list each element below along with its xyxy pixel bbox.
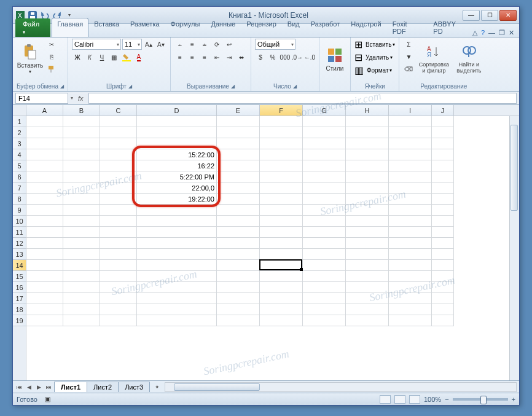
- col-header-A[interactable]: A: [26, 105, 63, 116]
- row-header-19[interactable]: 19: [13, 315, 26, 326]
- close-button[interactable]: ✕: [499, 10, 517, 21]
- cell-G3[interactable]: [303, 138, 346, 149]
- cell-B3[interactable]: [63, 138, 100, 149]
- align-right-icon[interactable]: ≡: [199, 52, 210, 63]
- zoom-out-icon[interactable]: −: [445, 396, 448, 403]
- cell-B17[interactable]: [63, 293, 100, 304]
- cell-C14[interactable]: [100, 260, 137, 271]
- cell-F8[interactable]: [260, 194, 303, 205]
- cell-A7[interactable]: [26, 182, 63, 194]
- cell-E16[interactable]: [217, 282, 260, 293]
- cell-C8[interactable]: [100, 194, 137, 205]
- cell-C18[interactable]: [100, 304, 137, 315]
- fx-icon[interactable]: fx: [76, 95, 86, 102]
- cell-J17[interactable]: [432, 293, 454, 304]
- dialog-launcher-icon[interactable]: ◢: [60, 84, 64, 89]
- find-select-button[interactable]: Найти и выделить: [453, 39, 484, 79]
- cell-E11[interactable]: [217, 227, 260, 238]
- cell-B2[interactable]: [63, 127, 100, 138]
- tab-вставка[interactable]: Вставка: [88, 18, 125, 37]
- cell-D4[interactable]: 15:22:00: [137, 149, 217, 160]
- row-header-4[interactable]: 4: [13, 149, 26, 160]
- cell-D3[interactable]: [137, 138, 217, 149]
- cell-I8[interactable]: [389, 194, 432, 205]
- merge-icon[interactable]: ⬌: [236, 52, 247, 63]
- col-header-F[interactable]: F: [260, 105, 303, 116]
- cell-I16[interactable]: [389, 282, 432, 293]
- row-header-10[interactable]: 10: [13, 216, 26, 227]
- cell-B19[interactable]: [63, 315, 100, 326]
- cell-H12[interactable]: [346, 238, 389, 249]
- cell-E7[interactable]: [217, 182, 260, 194]
- cell-F6[interactable]: [260, 171, 303, 182]
- cell-E1[interactable]: [217, 116, 260, 127]
- sheet-tab-Лист1[interactable]: Лист1: [54, 382, 87, 392]
- cell-I4[interactable]: [389, 149, 432, 160]
- align-bottom-icon[interactable]: ⫨: [199, 39, 210, 50]
- row-header-13[interactable]: 13: [13, 249, 26, 260]
- paste-button[interactable]: Вставить ▾: [17, 39, 44, 79]
- cell-F2[interactable]: [260, 127, 303, 138]
- cell-F19[interactable]: [260, 315, 303, 326]
- cell-F15[interactable]: [260, 271, 303, 282]
- cell-H6[interactable]: [346, 171, 389, 182]
- cell-C3[interactable]: [100, 138, 137, 149]
- number-format-combo[interactable]: Общий: [255, 39, 295, 50]
- tab-формулы[interactable]: Формулы: [165, 18, 206, 37]
- cell-D12[interactable]: [137, 238, 217, 249]
- cell-H14[interactable]: [346, 260, 389, 271]
- cell-A16[interactable]: [26, 282, 63, 293]
- cell-A19[interactable]: [26, 315, 63, 326]
- mdi-restore-icon[interactable]: ❐: [499, 29, 505, 37]
- cell-G16[interactable]: [303, 282, 346, 293]
- tab-рецензир[interactable]: Рецензир: [241, 18, 282, 37]
- fill-icon[interactable]: ▼: [403, 51, 414, 62]
- cell-H1[interactable]: [346, 116, 389, 127]
- align-top-icon[interactable]: ⫠: [174, 39, 186, 50]
- cell-A13[interactable]: [26, 249, 63, 260]
- zoom-level[interactable]: 100%: [424, 396, 441, 403]
- cell-B10[interactable]: [63, 216, 100, 227]
- cell-D15[interactable]: [137, 271, 217, 282]
- mdi-minimize-icon[interactable]: —: [488, 29, 495, 37]
- decrease-decimal-icon[interactable]: ←.0: [304, 52, 315, 63]
- row-header-9[interactable]: 9: [13, 205, 26, 216]
- zoom-in-icon[interactable]: +: [512, 396, 515, 403]
- cell-H10[interactable]: [346, 216, 389, 227]
- cell-G17[interactable]: [303, 293, 346, 304]
- cell-E6[interactable]: [217, 171, 260, 182]
- cell-H18[interactable]: [346, 304, 389, 315]
- cell-H13[interactable]: [346, 249, 389, 260]
- cell-D17[interactable]: [137, 293, 217, 304]
- cell-G9[interactable]: [303, 205, 346, 216]
- cell-I12[interactable]: [389, 238, 432, 249]
- format-cells-button[interactable]: ▥Формат▾: [354, 65, 393, 76]
- row-header-18[interactable]: 18: [13, 304, 26, 315]
- cell-F11[interactable]: [260, 227, 303, 238]
- cell-F1[interactable]: [260, 116, 303, 127]
- cell-G13[interactable]: [303, 249, 346, 260]
- cell-A11[interactable]: [26, 227, 63, 238]
- cell-J7[interactable]: [432, 182, 454, 194]
- cell-J11[interactable]: [432, 227, 454, 238]
- cell-G14[interactable]: [303, 260, 346, 271]
- cell-D7[interactable]: 22:00,0: [137, 182, 217, 194]
- cell-F7[interactable]: [260, 182, 303, 194]
- row-header-1[interactable]: 1: [13, 116, 26, 127]
- cell-C12[interactable]: [100, 238, 137, 249]
- cell-J4[interactable]: [432, 149, 454, 160]
- cell-B11[interactable]: [63, 227, 100, 238]
- cell-B4[interactable]: [63, 149, 100, 160]
- cell-A1[interactable]: [26, 116, 63, 127]
- cell-H11[interactable]: [346, 227, 389, 238]
- cell-I13[interactable]: [389, 249, 432, 260]
- cell-C4[interactable]: [100, 149, 137, 160]
- sheet-tab-Лист2[interactable]: Лист2: [87, 382, 119, 392]
- name-box[interactable]: F14: [15, 93, 68, 104]
- cell-G7[interactable]: [303, 182, 346, 194]
- insert-cells-button[interactable]: ⊞Вставить▾: [354, 39, 395, 50]
- normal-view-icon[interactable]: [380, 395, 391, 404]
- cell-C9[interactable]: [100, 205, 137, 216]
- cell-J14[interactable]: [432, 260, 454, 271]
- cell-F5[interactable]: [260, 160, 303, 171]
